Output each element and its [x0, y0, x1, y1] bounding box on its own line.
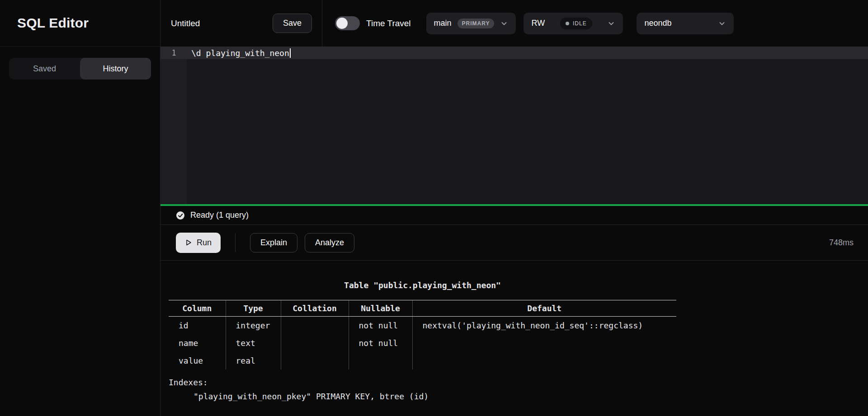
indexes-label: Indexes:: [169, 378, 676, 387]
topbar-divider: [322, 0, 322, 47]
toggle-knob: [336, 18, 348, 29]
header-default: Default: [412, 300, 676, 317]
time-travel-label: Time Travel: [366, 19, 411, 28]
table-cell: value: [169, 352, 226, 369]
results-header-row: Column Type Collation Nullable Default: [169, 300, 676, 317]
query-toolbar: Run Explain Analyze 748ms: [160, 225, 868, 261]
table-cell: integer: [226, 317, 281, 334]
compute-select[interactable]: RW IDLE: [524, 13, 623, 34]
table-row: id integer not null nextval('playing_wit…: [169, 317, 676, 334]
editor-gutter: [160, 47, 187, 204]
status-message: Ready (1 query): [190, 210, 249, 220]
sql-code-editor[interactable]: 1 \d playing_with_neon: [160, 47, 868, 204]
table-cell: id: [169, 317, 226, 334]
page-title: SQL Editor: [17, 15, 89, 31]
compute-status-badge: IDLE: [560, 18, 592, 29]
explain-button[interactable]: Explain: [250, 233, 297, 252]
code-text: \d playing_with_neon: [191, 48, 289, 58]
branch-select[interactable]: main PRIMARY: [426, 13, 516, 34]
table-cell: not null: [349, 334, 412, 352]
query-duration: 748ms: [829, 238, 854, 248]
text-caret: [290, 48, 291, 58]
query-title[interactable]: Untitled: [171, 19, 273, 28]
table-cell: nextval('playing_with_neon_id_seq'::regc…: [412, 317, 676, 334]
line-number: 1: [160, 47, 187, 59]
database-select[interactable]: neondb: [637, 13, 734, 34]
results-table: Column Type Collation Nullable Default i…: [169, 300, 676, 369]
header-column: Column: [169, 300, 226, 317]
table-row: name text not null: [169, 334, 676, 352]
primary-badge: PRIMARY: [458, 19, 495, 28]
table-cell: [349, 352, 412, 369]
chevron-down-icon: [500, 19, 508, 28]
table-cell: real: [226, 352, 281, 369]
chevron-down-icon: [718, 19, 726, 28]
sql-editor-app: SQL Editor Saved History Untitled Save T…: [0, 0, 868, 416]
sidebar-header: SQL Editor: [0, 0, 160, 47]
header-collation: Collation: [281, 300, 349, 317]
header-nullable: Nullable: [349, 300, 412, 317]
index-entry: "playing_with_neon_pkey" PRIMARY KEY, bt…: [169, 392, 676, 401]
results-output: Table "public.playing_with_neon" Column …: [169, 280, 676, 401]
sidebar: SQL Editor Saved History: [0, 0, 160, 416]
table-cell: [412, 334, 676, 352]
tab-history[interactable]: History: [80, 58, 151, 79]
tab-saved[interactable]: Saved: [9, 58, 80, 79]
run-button-label: Run: [197, 238, 212, 248]
time-travel-toggle[interactable]: [335, 16, 360, 30]
analyze-button[interactable]: Analyze: [305, 233, 354, 252]
code-line[interactable]: \d playing_with_neon: [191, 47, 291, 59]
run-button[interactable]: Run: [176, 233, 221, 253]
compute-status-text: IDLE: [573, 20, 587, 27]
table-cell: [281, 317, 349, 334]
table-cell: name: [169, 334, 226, 352]
table-cell: [281, 334, 349, 352]
topbar: Untitled Save Time Travel main PRIMARY R…: [160, 0, 868, 47]
main-panel: Untitled Save Time Travel main PRIMARY R…: [160, 0, 868, 416]
idle-status-dot-icon: [566, 22, 569, 25]
statusbar: Ready (1 query): [160, 206, 868, 225]
saved-history-segmented-control: Saved History: [9, 58, 151, 79]
save-button[interactable]: Save: [273, 14, 312, 33]
header-type: Type: [226, 300, 281, 317]
compute-name: RW: [531, 19, 545, 28]
branch-name: main: [434, 19, 452, 28]
database-name: neondb: [644, 19, 671, 28]
toolbar-divider: [235, 233, 236, 252]
chevron-down-icon: [607, 19, 615, 28]
results-table-title: Table "public.playing_with_neon": [169, 280, 676, 290]
table-cell: not null: [349, 317, 412, 334]
table-row: value real: [169, 352, 676, 369]
check-circle-icon: [176, 211, 185, 220]
table-cell: [412, 352, 676, 369]
results-panel: Table "public.playing_with_neon" Column …: [160, 261, 868, 416]
table-cell: text: [226, 334, 281, 352]
play-icon: [185, 239, 192, 246]
table-cell: [281, 352, 349, 369]
